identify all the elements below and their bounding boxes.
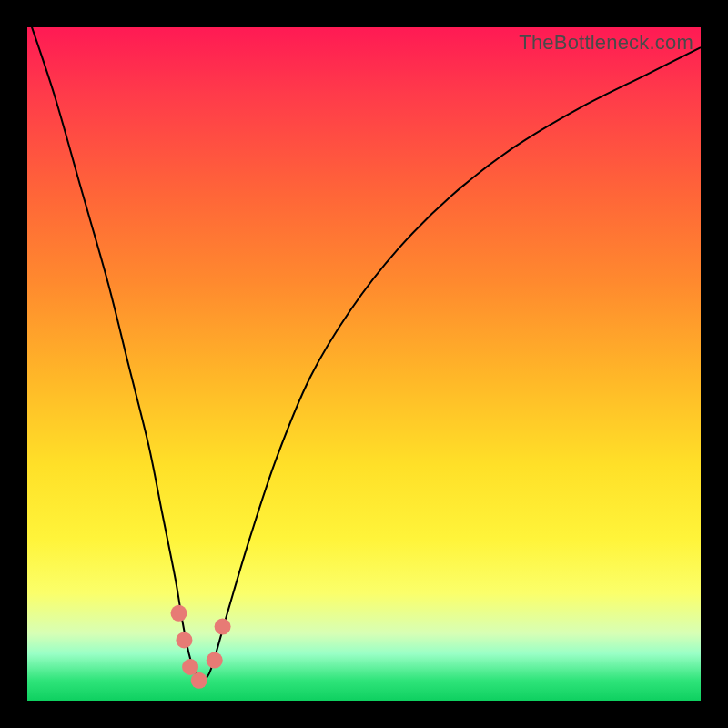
curve-marker — [171, 605, 187, 622]
curve-marker — [182, 659, 198, 675]
curve-markers — [171, 605, 231, 689]
bottleneck-curve — [27, 27, 701, 701]
curve-marker — [191, 672, 207, 689]
curve-marker — [215, 619, 231, 635]
curve-marker — [176, 632, 192, 648]
chart-plot-area: TheBottleneck.com — [27, 27, 701, 701]
curve-path — [27, 14, 701, 681]
watermark-text: TheBottleneck.com — [519, 31, 693, 55]
curve-marker — [207, 652, 223, 669]
